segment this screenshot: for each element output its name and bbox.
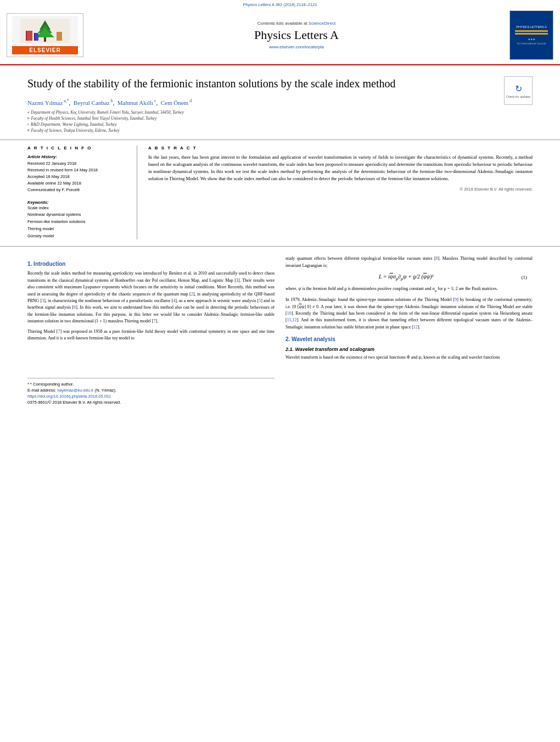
- article-title-text: Study of the stability of the fermionic …: [27, 76, 495, 134]
- elsevier-logo-image: [12, 16, 78, 46]
- journal-header-inner: ELSEVIER Contents lists available at Sci…: [0, 8, 560, 62]
- ref-3[interactable]: 3: [42, 298, 44, 303]
- intro-paragraph-2: Thirring Model [7] was proposed in 1958 …: [27, 328, 275, 342]
- email-address[interactable]: nayilmaz@ku.edu.tr: [57, 388, 93, 393]
- author-2-sup: b: [110, 98, 113, 103]
- keyword-1: Scale index: [27, 205, 129, 212]
- doi-note: https://doi.org/10.1016/j.physleta.2018.…: [27, 394, 275, 399]
- abstract-column: A B S T R A C T In the last years, there…: [148, 146, 533, 240]
- issn-note: 0375-9601/© 2018 Elsevier B.V. All right…: [27, 400, 275, 405]
- article-history-block: Article History: Received 22 January 201…: [27, 154, 129, 193]
- introduction-heading: 1. Introduction: [27, 261, 275, 267]
- accepted-date: Accepted 18 May 2018: [27, 174, 129, 180]
- ref-10[interactable]: 10: [287, 311, 292, 316]
- aff-sup-c: c: [27, 121, 29, 127]
- email-person: (N. Yılmaz).: [95, 388, 116, 393]
- aff-sup-b: b: [27, 115, 30, 121]
- check-updates-label: Check for updates: [506, 95, 531, 98]
- ref-12[interactable]: 12: [292, 317, 296, 322]
- affiliation-c: c R&D Department, Worne Lighting, İstanb…: [27, 121, 495, 127]
- svg-rect-9: [34, 33, 35, 41]
- right-intro-paragraph-2: where, ψ is the fermion field and g is d…: [285, 286, 533, 293]
- aff-text-c: R&D Department, Worne Lighting, İstanbul…: [31, 121, 116, 127]
- doi-link[interactable]: https://doi.org/10.1016/j.physleta.2018.…: [27, 394, 111, 399]
- formula-number-1: (1): [522, 275, 528, 280]
- keyword-5: Günsey model: [27, 233, 129, 240]
- ref-12b[interactable]: 12: [413, 325, 418, 330]
- journal-title-center: Contents lists available at ScienceDirec…: [83, 21, 509, 49]
- aff-text-b: Faculty of Health Sciences, İstanbul Yen…: [31, 115, 157, 121]
- main-body: 1. Introduction Recently the scale index…: [0, 246, 560, 417]
- affiliation-d: d Faculty of Science, Trakya University,…: [27, 127, 495, 133]
- check-updates-badge[interactable]: ↻ Check for updates: [504, 76, 533, 105]
- ref-5[interactable]: 5: [259, 298, 261, 303]
- article-info-abstract-section: A R T I C L E I N F O Article History: R…: [0, 140, 560, 240]
- cover-subtitle: An International Journal: [517, 42, 546, 45]
- article-title-row: Study of the stability of the fermionic …: [27, 76, 533, 134]
- affiliation-b: b Faculty of Health Sciences, İstanbul Y…: [27, 115, 495, 121]
- journal-volume-info: Physics Letters A 382 (2018) 2118–2121: [243, 2, 317, 7]
- keywords-list: Scale index Nonlinear dynamical systems …: [27, 205, 129, 240]
- wavelet-subsection-heading: 2.1. Wavelet transform and scalogram: [285, 347, 533, 352]
- email-label-text: E-mail address:: [27, 388, 56, 393]
- cover-decorative: ■ ■ ■: [528, 37, 535, 41]
- page: Physics Letters A 382 (2018) 2118–2121: [0, 0, 560, 742]
- copyright-line: © 2018 Elsevier B.V. All rights reserved…: [148, 187, 533, 192]
- keyword-4: Thirring model: [27, 226, 129, 233]
- abstract-section-title: A B S T R A C T: [148, 146, 533, 150]
- body-left-column: 1. Introduction Recently the scale index…: [27, 255, 275, 406]
- article-header-area: Study of the stability of the fermionic …: [0, 65, 560, 140]
- body-right-column: study quantum effects between different …: [285, 255, 533, 406]
- history-label: Article History:: [27, 154, 129, 160]
- ref-9[interactable]: 9: [455, 297, 457, 302]
- footnote-spacer: [27, 345, 275, 378]
- ref-11[interactable]: 11: [287, 317, 292, 322]
- ref-4[interactable]: 4: [173, 298, 175, 303]
- author-1-sup: a,*: [63, 98, 69, 103]
- right-intro-paragraph-3: In 1979, Akdeniz–Smailagic found the spi…: [285, 297, 533, 331]
- wavelet-section-heading: 2. Wavelet analysis: [285, 336, 533, 342]
- author-3[interactable]: Mahmut Akıllı: [117, 99, 153, 106]
- footnote-block: * * Corresponding author. E-mail address…: [27, 378, 275, 405]
- communicated-by: Communicated by F. Porcelli: [27, 187, 129, 193]
- authors-line: Nazmi Yılmaz a,*, Beyrul Canbaz b, Mahmu…: [27, 98, 495, 106]
- svg-rect-8: [26, 31, 27, 41]
- cover-bar-1: [515, 30, 548, 32]
- affiliations: a Department of Physics, Koç University,…: [27, 109, 495, 134]
- author-4-sup: d: [188, 98, 192, 103]
- journal-cover-image: PHYSICS LETTERS A ■ ■ ■ An International…: [509, 10, 553, 60]
- contents-available-text: Contents lists available at ScienceDirec…: [83, 21, 509, 26]
- journal-url[interactable]: www.elsevier.com/locate/pla: [83, 44, 509, 49]
- author-2[interactable]: Beyrul Canbaz: [74, 99, 110, 106]
- online-date: Available online 22 May 2018: [27, 180, 129, 187]
- formula-block: L = iψσμ∂μψ + g/2 (ψψ)² (1): [285, 274, 533, 281]
- keyword-3: Fermion-like instanton solutions: [27, 219, 129, 226]
- right-intro-paragraph-1: study quantum effects between different …: [285, 255, 533, 269]
- affiliation-a: a Department of Physics, Koç University,…: [27, 109, 495, 115]
- elsevier-logo: ELSEVIER: [7, 13, 83, 57]
- author-4[interactable]: Cem Önem: [161, 99, 188, 106]
- article-title: Study of the stability of the fermionic …: [27, 76, 495, 91]
- ref-7[interactable]: 7: [153, 319, 155, 323]
- journal-top-bar: Physics Letters A 382 (2018) 2118–2121: [0, 0, 560, 8]
- aff-sup-d: d: [27, 127, 30, 133]
- email-note: E-mail address: nayilmaz@ku.edu.tr (N. Y…: [27, 388, 275, 393]
- ref-7b[interactable]: 7: [58, 329, 60, 334]
- ref-6[interactable]: 6: [74, 305, 76, 310]
- wavelet-paragraph-1: Wavelet transform is based on the existe…: [285, 354, 533, 361]
- article-info-column: A R T I C L E I N F O Article History: R…: [27, 146, 137, 240]
- ref-8[interactable]: 8: [436, 256, 438, 261]
- abstract-text: In the last years, there has been great …: [148, 154, 533, 183]
- aff-text-d: Faculty of Science, Trakya University, E…: [31, 127, 120, 133]
- journal-header: Physics Letters A 382 (2018) 2118–2121: [0, 0, 560, 65]
- received-date: Received 22 January 2018: [27, 160, 129, 167]
- corresponding-star: *: [27, 382, 29, 387]
- formula-lagrangian: L = iψσμ∂μψ + g/2 (ψψ)²: [291, 274, 522, 281]
- author-3-sup: c: [153, 98, 156, 103]
- keyword-2: Nonlinear dynamical systems: [27, 211, 129, 219]
- cover-title-text: PHYSICS LETTERS A: [516, 25, 546, 29]
- intro-paragraph-1: Recently the scale index method for meas…: [27, 270, 275, 325]
- sciencedirect-link[interactable]: ScienceDirect: [309, 21, 335, 26]
- ref-2[interactable]: 2: [191, 292, 193, 297]
- author-1[interactable]: Nazmi Yılmaz: [27, 99, 63, 106]
